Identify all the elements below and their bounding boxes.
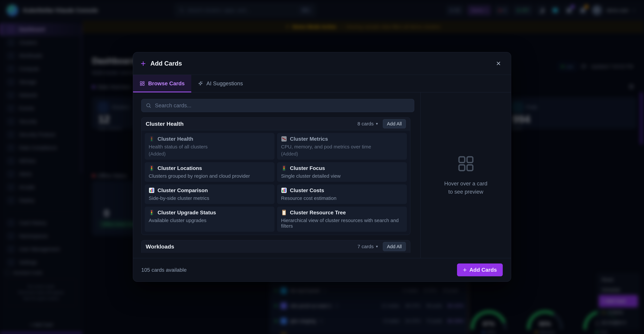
grid-preview-icon [457, 154, 475, 173]
card-added-label: (Added) [281, 151, 403, 157]
card-scroll-region[interactable]: Cluster Health 8 cards ▼ Add All [141, 117, 410, 253]
card-search-input[interactable] [154, 102, 410, 109]
card-grid: Cluster Health Health status of all clus… [142, 130, 410, 235]
card-description: Side-by-side cluster metrics [149, 195, 270, 201]
card-item[interactable]: Cluster Metrics CPU, memory, and pod met… [277, 133, 407, 160]
card-item[interactable]: Cluster Focus Single cluster detailed vi… [277, 162, 407, 182]
preview-pane: Hover over a card to see preview [420, 92, 511, 258]
card-title: Cluster Resource Tree [290, 210, 346, 216]
plus-icon: + [140, 59, 146, 68]
add-all-button[interactable]: Add All [383, 242, 406, 251]
caret-down-icon: ▼ [375, 122, 378, 126]
cards-available-label: 105 cards available [141, 267, 187, 273]
card-description: CPU, memory, and pod metrics over time [281, 144, 403, 150]
card-description: Available cluster upgrades [149, 218, 270, 223]
tab-ai-suggestions[interactable]: AI Suggestions [191, 75, 250, 92]
card-icon [149, 136, 154, 142]
card-title: Cluster Metrics [290, 136, 328, 142]
card-title: Cluster Comparison [158, 187, 208, 193]
card-title: Cluster Focus [290, 165, 325, 171]
caret-down-icon: ▼ [375, 245, 378, 249]
tab-browse-cards[interactable]: Browse Cards [133, 75, 191, 92]
card-icon [281, 187, 287, 193]
section-count-dropdown[interactable]: 7 cards ▼ [358, 244, 378, 249]
modal-header: + Add Cards × [133, 52, 511, 75]
card-item[interactable]: Cluster Locations Clusters grouped by re… [145, 162, 274, 182]
section-count-dropdown[interactable]: 8 cards ▼ [358, 121, 378, 127]
card-added-label: (Added) [149, 151, 270, 157]
card-icon [281, 210, 287, 216]
plus-icon: + [463, 266, 467, 274]
card-title: Cluster Locations [158, 165, 202, 171]
preview-hint-line1: Hover over a card [444, 180, 487, 188]
add-cards-modal: + Add Cards × Browse Cards AI Suggestion… [133, 52, 511, 282]
card-title: Cluster Health [158, 136, 193, 142]
card-title: Cluster Upgrade Status [158, 210, 216, 216]
card-description: Resource cost estimation [281, 195, 403, 201]
card-description: Health status of all clusters [149, 144, 270, 150]
card-title: Cluster Costs [290, 187, 324, 193]
section-header: Cluster Health 8 cards ▼ Add All [142, 117, 410, 130]
card-search[interactable] [141, 99, 414, 112]
card-icon [149, 187, 154, 193]
sparkles-icon [198, 81, 203, 86]
section-workloads: Workloads 7 cards ▼ Add All [141, 240, 410, 253]
card-icon [149, 210, 154, 216]
add-cards-button[interactable]: + Add Cards [457, 264, 503, 276]
section-cluster-health: Cluster Health 8 cards ▼ Add All [141, 117, 410, 235]
section-title: Cluster Health [146, 121, 184, 127]
card-icon [281, 136, 287, 142]
card-item[interactable]: Cluster Costs Resource cost estimation [277, 184, 407, 204]
search-icon [146, 103, 151, 108]
card-icon [149, 165, 154, 171]
card-item[interactable]: Cluster Resource Tree Hierarchical view … [277, 207, 407, 232]
close-button[interactable]: × [494, 59, 504, 67]
card-item[interactable]: Cluster Upgrade Status Available cluster… [145, 207, 274, 232]
card-icon [281, 165, 287, 171]
card-item[interactable]: Cluster Health Health status of all clus… [145, 133, 274, 160]
card-description: Clusters grouped by region and cloud pro… [149, 173, 270, 179]
card-list-pane: Cluster Health 8 cards ▼ Add All [133, 92, 420, 258]
modal-tabbar: Browse Cards AI Suggestions [133, 75, 511, 92]
section-title: Workloads [146, 243, 174, 250]
add-all-button[interactable]: Add All [383, 119, 406, 128]
card-description: Hierarchical view of cluster resources w… [281, 218, 403, 229]
modal-title: Add Cards [150, 60, 182, 67]
preview-hint-line2: to see preview [444, 188, 487, 196]
card-item[interactable]: Cluster Comparison Side-by-side cluster … [145, 184, 274, 204]
grid-icon [140, 81, 145, 86]
modal-footer: 105 cards available + Add Cards [133, 258, 511, 282]
card-description: Single cluster detailed view [281, 173, 403, 179]
section-header: Workloads 7 cards ▼ Add All [142, 240, 410, 253]
